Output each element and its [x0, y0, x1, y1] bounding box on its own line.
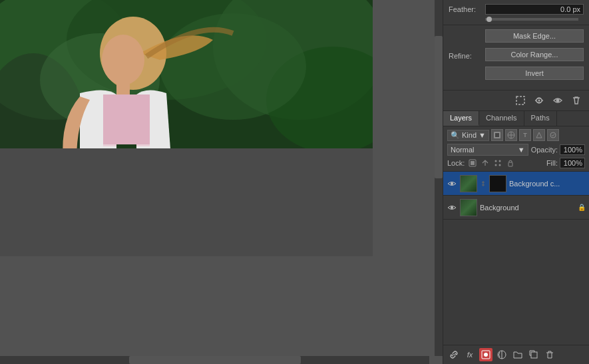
layer-visibility-icon[interactable] [532, 93, 546, 108]
mask-edge-button[interactable]: Mask Edge... [485, 29, 584, 43]
kind-dropdown[interactable]: 🔍 Kind ▼ [447, 130, 489, 141]
layers-tabs: Layers Channels Paths [443, 111, 589, 126]
layer-thumb-photo [460, 175, 477, 192]
layer-thumb-bg [460, 199, 477, 216]
canvas-lower [0, 148, 373, 256]
svg-point-37 [484, 353, 488, 357]
feather-row: Feather: [449, 4, 584, 15]
pixel-filter-icon[interactable] [491, 129, 503, 141]
feather-label: Feather: [449, 5, 485, 13]
layer-thumb-green-bg2 [461, 200, 477, 216]
tab-layers[interactable]: Layers [443, 111, 479, 126]
layers-list: Background c... Background 🔒 [443, 172, 589, 345]
svg-point-29 [495, 160, 497, 162]
fill-label: Fill: [546, 159, 558, 167]
kind-label: Kind [462, 131, 477, 139]
svg-rect-39 [531, 352, 537, 358]
svg-point-32 [495, 164, 497, 166]
mask-icon-toolbar [443, 91, 589, 111]
opacity-section: Opacity: [531, 144, 585, 155]
lock-fill-row: Lock: Fill: [447, 158, 585, 168]
layer-filter-row: 🔍 Kind ▼ T [447, 129, 585, 141]
tab-channels[interactable]: Channels [479, 111, 524, 126]
canvas-area [0, 0, 443, 364]
dropdown-arrow: ▼ [479, 131, 486, 139]
blend-mode-value: Normal [451, 146, 474, 154]
right-panel: Feather: Refine: Mask Edge... Color Rang… [443, 0, 589, 364]
blend-mode-dropdown[interactable]: Normal ▼ [447, 144, 528, 156]
fill-section: Fill: [546, 158, 585, 168]
feather-slider-thumb[interactable] [487, 17, 492, 22]
layer-name-bg: Background [480, 204, 575, 212]
layers-bottom-toolbar: fx [443, 345, 589, 364]
svg-point-31 [499, 164, 501, 166]
lock-all-icon[interactable] [505, 158, 516, 168]
opacity-label: Opacity: [531, 146, 558, 154]
folder-icon[interactable] [511, 348, 524, 361]
lock-transform-icon[interactable] [492, 158, 503, 168]
refine-label: Refine: [449, 52, 485, 60]
properties-section: Feather: [443, 0, 589, 25]
refine-section: Refine: Mask Edge... Color Range... Inve… [443, 25, 589, 91]
vertical-scrollbar[interactable] [435, 0, 443, 356]
lock-label: Lock: [447, 159, 465, 167]
svg-point-21 [538, 100, 540, 102]
smart-filter-icon[interactable] [547, 129, 559, 141]
feather-value[interactable] [485, 4, 584, 15]
layer-item-bg-copy[interactable]: Background c... [443, 172, 589, 196]
svg-rect-28 [471, 161, 475, 165]
svg-point-22 [556, 99, 560, 102]
adjustment-filter-icon[interactable] [505, 129, 517, 141]
fx-icon[interactable]: fx [463, 348, 477, 361]
svg-point-30 [499, 160, 501, 162]
tab-paths[interactable]: Paths [524, 111, 557, 126]
layer-mask-link [480, 180, 487, 187]
add-mask-icon[interactable] [479, 348, 492, 361]
svg-point-35 [451, 206, 453, 209]
selection-icon[interactable] [513, 93, 528, 108]
svg-rect-14 [103, 94, 150, 144]
shape-filter-icon[interactable] [533, 129, 545, 141]
lock-pixels-icon[interactable] [467, 158, 478, 168]
svg-rect-24 [495, 133, 499, 137]
type-filter-icon[interactable]: T [519, 129, 531, 141]
fill-input[interactable] [560, 158, 585, 168]
layer-eye-bg[interactable] [447, 202, 457, 213]
lock-position-icon[interactable] [480, 158, 491, 168]
layer-thumb-black-bg [490, 176, 506, 192]
filter-icons: T [491, 129, 559, 141]
svg-rect-19 [516, 96, 524, 104]
link-layers-icon[interactable] [447, 348, 461, 361]
opacity-input[interactable] [560, 144, 585, 155]
new-layer-icon[interactable] [527, 348, 540, 361]
feather-slider[interactable] [449, 18, 584, 21]
canvas-wrapper [0, 0, 373, 256]
layers-panel: Layers Channels Paths 🔍 Kind ▼ [443, 111, 589, 364]
layer-item-bg[interactable]: Background 🔒 [443, 196, 589, 220]
delete-layer-icon[interactable] [543, 348, 556, 361]
layer-eye-bg-copy[interactable] [447, 178, 457, 189]
layer-thumb-mask [489, 175, 506, 192]
eye-icon2[interactable] [550, 93, 565, 108]
svg-point-34 [451, 182, 453, 185]
color-range-button[interactable]: Color Range... [485, 48, 584, 61]
lock-icons [467, 158, 516, 168]
refine-row: Refine: Mask Edge... Color Range... Inve… [449, 29, 584, 83]
svg-rect-13 [116, 81, 130, 94]
invert-button[interactable]: Invert [485, 67, 584, 80]
svg-point-7 [160, 13, 306, 120]
delete-mask-icon[interactable] [569, 93, 584, 108]
layer-name-bg-copy: Background c... [509, 180, 586, 188]
adjustment-icon[interactable] [495, 348, 508, 361]
magnify-icon: 🔍 [451, 131, 460, 140]
horizontal-scrollbar[interactable] [0, 356, 429, 364]
svg-rect-33 [508, 162, 512, 166]
svg-point-12 [102, 35, 144, 85]
blend-opacity-row: Normal ▼ Opacity: [447, 144, 585, 156]
layer-thumb-green-bg [461, 176, 477, 192]
blend-dropdown-arrow: ▼ [518, 146, 525, 154]
layer-lock-bg: 🔒 [578, 204, 586, 211]
feather-slider-track[interactable] [485, 18, 578, 21]
svg-point-26 [550, 132, 556, 138]
layer-controls: 🔍 Kind ▼ T [443, 126, 589, 172]
